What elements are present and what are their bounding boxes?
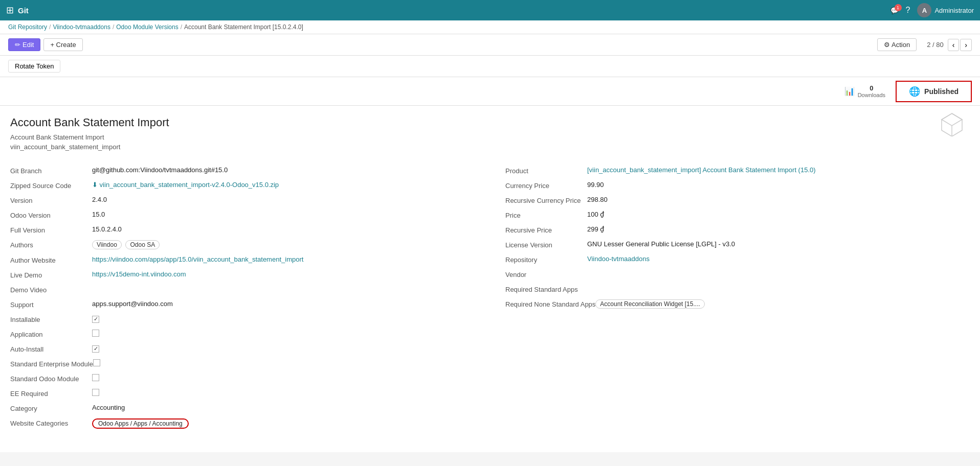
standard-odoo-label: Standard Odoo Module (10, 374, 92, 383)
zipped-source-row: Zipped Source Code ⬇ viin_account_bank_s… (10, 178, 475, 193)
author-tag-viindoo[interactable]: Viindoo (92, 240, 122, 249)
downloads-label: Downloads (858, 92, 885, 98)
auto-install-label: Auto-Install (10, 344, 92, 353)
recursive-price-value: 299 ₫ (587, 225, 604, 233)
recursive-currency-price-row: Recursive Currency Price 298.80 (505, 193, 970, 207)
auto-install-value[interactable]: ✓ (92, 344, 99, 353)
box-icon-container (939, 111, 965, 138)
topbar: ⊞ Git 💬 1 ? A Administrator (0, 0, 980, 20)
downloads-count: 0 (858, 84, 885, 92)
currency-price-row: Currency Price 99.90 (505, 178, 970, 193)
left-column: Git Branch git@github.com:Viindoo/tvtmaa… (10, 163, 475, 432)
toolbar-left: ✏ Edit + Create (8, 38, 83, 51)
live-demo-value[interactable]: https://v15demo-int.viindoo.com (92, 270, 186, 278)
product-value[interactable]: [viin_account_bank_statement_import] Acc… (587, 166, 816, 174)
product-label: Product (505, 166, 587, 175)
breadcrumb-viindoo[interactable]: Viindoo-tvtmaaddons (53, 24, 110, 31)
standard-odoo-row: Standard Odoo Module (10, 371, 475, 386)
website-categories-row: Website Categories Odoo Apps / Apps / Ac… (10, 415, 475, 432)
required-none-tag[interactable]: Account Reconciliation Widget [15.... (595, 299, 704, 309)
odoo-version-row: Odoo Version 15.0 (10, 207, 475, 222)
demo-video-row: Demo Video (10, 282, 475, 297)
help-icon[interactable]: ? (906, 6, 910, 15)
version-label: Version (10, 196, 92, 204)
full-version-label: Full Version (10, 225, 92, 234)
recursive-price-row: Recursive Price 299 ₫ (505, 222, 970, 237)
breadcrumb-git-repository[interactable]: Git Repository (8, 24, 47, 31)
required-standard-apps-label: Required Standard Apps (505, 285, 587, 293)
repository-value[interactable]: Viindoo-tvtmaaddons (587, 255, 650, 263)
zipped-source-value[interactable]: ⬇ viin_account_bank_statement_import-v2.… (92, 181, 279, 189)
website-categories-value: Odoo Apps / Apps / Accounting (92, 418, 189, 429)
category-label: Category (10, 404, 92, 412)
topbar-right: 💬 1 ? A Administrator (890, 3, 974, 17)
standard-enterprise-label: Standard Enterprise Module (10, 359, 93, 368)
website-categories-tag[interactable]: Odoo Apps / Apps / Accounting (92, 418, 189, 429)
prev-button[interactable]: ‹ (948, 39, 960, 51)
author-tag-odoo[interactable]: Odoo SA (125, 240, 160, 249)
right-column: Product [viin_account_bank_statement_imp… (505, 163, 970, 432)
required-none-standard-apps-value: Account Reconciliation Widget [15.... (595, 299, 704, 309)
breadcrumb-odoo-module[interactable]: Odoo Module Versions (116, 24, 178, 31)
license-version-value: GNU Lesser General Public License [LGPL]… (587, 240, 735, 248)
support-label: Support (10, 300, 92, 309)
installable-checkbox[interactable]: ✓ (92, 316, 99, 323)
vendor-row: Vendor (505, 267, 970, 282)
nav-arrows: ‹ › (948, 39, 972, 51)
git-branch-label: Git Branch (10, 166, 92, 175)
create-button[interactable]: + Create (43, 38, 82, 51)
edit-button[interactable]: ✏ Edit (8, 38, 40, 51)
required-none-standard-apps-row: Required None Standard Apps Account Reco… (505, 296, 970, 312)
next-button[interactable]: › (960, 39, 972, 51)
application-value[interactable] (92, 330, 99, 338)
auto-install-row: Auto-Install ✓ (10, 341, 475, 356)
category-row: Category Accounting (10, 401, 475, 415)
standard-enterprise-value[interactable] (93, 359, 100, 368)
rotate-token-button[interactable]: Rotate Token (8, 60, 60, 73)
action-area: Rotate Token (0, 56, 980, 77)
live-demo-label: Live Demo (10, 270, 92, 279)
application-row: Application (10, 327, 475, 341)
odoo-version-label: Odoo Version (10, 211, 92, 219)
pencil-icon: ✏ (15, 41, 20, 49)
demo-video-label: Demo Video (10, 285, 92, 294)
live-demo-row: Live Demo https://v15demo-int.viindoo.co… (10, 267, 475, 282)
breadcrumb-sep-1: / (49, 24, 51, 31)
author-website-value[interactable]: https://viindoo.com/apps/app/15.0/viin_a… (92, 255, 303, 263)
standard-odoo-checkbox[interactable] (92, 374, 99, 381)
currency-price-label: Currency Price (505, 181, 587, 190)
standard-enterprise-checkbox[interactable] (93, 359, 100, 366)
odoo-version-value: 15.0 (92, 211, 105, 218)
grid-icon[interactable]: ⊞ (6, 5, 14, 16)
license-version-row: License Version GNU Lesser General Publi… (505, 237, 970, 252)
application-checkbox[interactable] (92, 330, 99, 337)
standard-odoo-value[interactable] (92, 374, 99, 383)
price-row: Price 100 ₫ (505, 207, 970, 222)
auto-install-checkbox[interactable]: ✓ (92, 345, 99, 353)
recursive-currency-price-value: 298.80 (587, 196, 608, 203)
currency-price-value: 99.90 (587, 181, 604, 189)
author-website-label: Author Website (10, 255, 92, 264)
app-name: Git (18, 6, 29, 15)
authors-label: Authors (10, 240, 92, 249)
breadcrumb-sep-2: / (113, 24, 114, 31)
user-menu[interactable]: A Administrator (917, 3, 974, 17)
git-branch-value: git@github.com:Viindoo/tvtmaaddons.git#1… (92, 166, 228, 174)
ee-required-checkbox[interactable] (92, 389, 99, 396)
published-label: Published (924, 87, 959, 96)
git-branch-row: Git Branch git@github.com:Viindoo/tvtmaa… (10, 163, 475, 178)
price-label: Price (505, 211, 587, 219)
action-button[interactable]: ⚙ Action (877, 38, 917, 51)
record-code: viin_account_bank_statement_import (10, 143, 970, 151)
repository-label: Repository (505, 255, 587, 264)
published-section[interactable]: 🌐 Published (896, 81, 972, 102)
globe-icon: 🌐 (909, 86, 920, 97)
ee-required-value[interactable] (92, 389, 99, 398)
installable-value[interactable]: ✓ (92, 315, 99, 323)
website-categories-label: Website Categories (10, 418, 92, 427)
authors-value: Viindoo Odoo SA (92, 240, 162, 249)
required-standard-apps-row: Required Standard Apps (505, 282, 970, 296)
notification-bell[interactable]: 💬 1 (890, 7, 899, 14)
svg-marker-1 (942, 113, 962, 126)
installable-row: Installable ✓ (10, 312, 475, 327)
